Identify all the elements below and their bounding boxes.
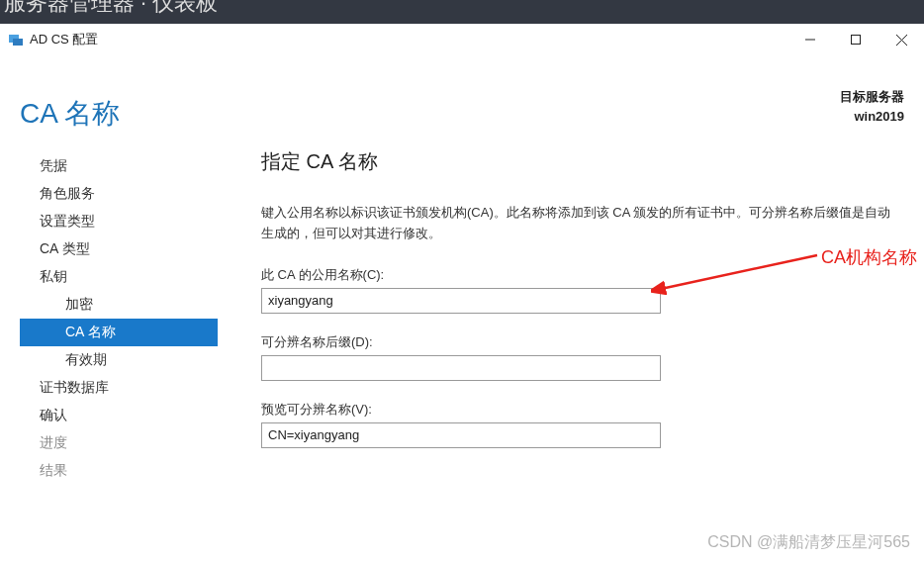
dn-preview-input[interactable]	[261, 422, 661, 448]
sidebar-item[interactable]: CA 类型	[20, 235, 218, 263]
dn-suffix-label: 可分辨名称后缀(D):	[261, 333, 894, 351]
minimize-button[interactable]	[787, 24, 833, 55]
sidebar-item[interactable]: 证书数据库	[20, 374, 218, 402]
target-server-label: 目标服务器	[840, 87, 904, 107]
dn-suffix-input[interactable]	[261, 355, 661, 381]
dialog-content: CA 名称 目标服务器 win2019 凭据角色服务设置类型CA 类型私钥加密C…	[0, 55, 924, 561]
sidebar-item[interactable]: 设置类型	[20, 208, 218, 235]
sidebar-item[interactable]: 有效期	[20, 346, 218, 374]
sidebar-item[interactable]: 角色服务	[20, 180, 218, 208]
titlebar: AD CS 配置	[0, 24, 924, 55]
section-title: 指定 CA 名称	[261, 148, 894, 175]
sidebar-item: 结果	[20, 457, 218, 485]
target-server-value: win2019	[840, 107, 904, 127]
common-name-label: 此 CA 的公用名称(C):	[261, 266, 894, 284]
sidebar-item: 进度	[20, 429, 218, 457]
maximize-button[interactable]	[833, 24, 878, 55]
sidebar-item[interactable]: 加密	[20, 291, 218, 319]
close-button[interactable]	[878, 24, 924, 55]
parent-window-title: 服务器管理器 · 仪表板	[0, 0, 924, 24]
common-name-input[interactable]	[261, 288, 661, 314]
main-panel: 指定 CA 名称 键入公用名称以标识该证书颁发机构(CA)。此名称将添加到该 C…	[218, 144, 924, 485]
watermark: CSDN @满船清梦压星河565	[707, 532, 910, 553]
sidebar-item[interactable]: 确认	[20, 402, 218, 429]
window-title: AD CS 配置	[30, 31, 98, 48]
annotation-text: CA机构名称	[821, 245, 917, 269]
wizard-sidebar: 凭据角色服务设置类型CA 类型私钥加密CA 名称有效期证书数据库确认进度结果	[20, 144, 218, 485]
section-description: 键入公用名称以标识该证书颁发机构(CA)。此名称将添加到该 CA 颁发的所有证书…	[261, 203, 894, 244]
sidebar-item[interactable]: 凭据	[20, 152, 218, 180]
app-icon	[8, 32, 24, 47]
sidebar-item[interactable]: CA 名称	[20, 319, 218, 346]
target-server-box: 目标服务器 win2019	[840, 87, 904, 126]
svg-rect-3	[852, 36, 861, 45]
sidebar-item[interactable]: 私钥	[20, 263, 218, 291]
page-title: CA 名称	[20, 95, 120, 133]
svg-rect-1	[13, 39, 23, 46]
dn-preview-label: 预览可分辨名称(V):	[261, 401, 894, 419]
